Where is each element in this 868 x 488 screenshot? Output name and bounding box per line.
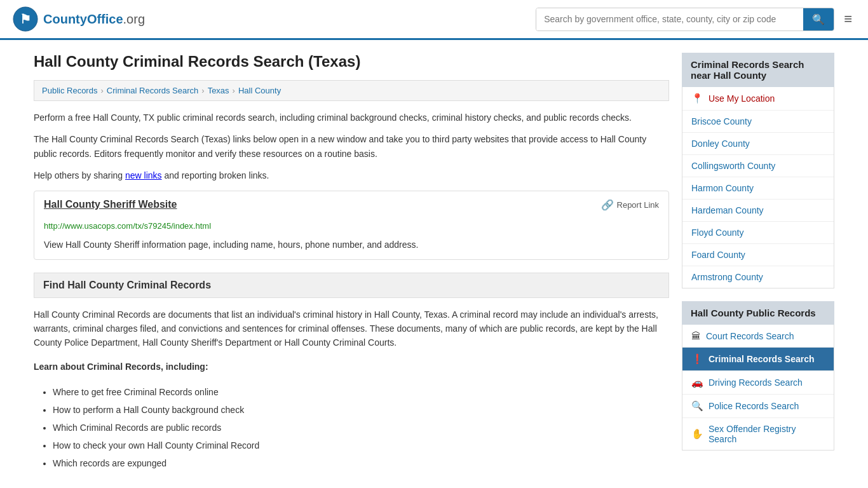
sex-offender-item[interactable]: ✋ Sex Offender Registry Search: [682, 418, 834, 450]
sidebar: Criminal Records Search near Hall County…: [682, 53, 834, 472]
search-input[interactable]: [536, 8, 803, 30]
breadcrumb: Public Records › Criminal Records Search…: [34, 80, 669, 101]
court-icon: 🏛: [691, 330, 701, 341]
public-records-list: 🏛 Court Records Search ❗ Criminal Record…: [682, 325, 834, 451]
breadcrumb-sep-2: ›: [201, 86, 204, 95]
para3-prefix: Help others by sharing: [34, 170, 125, 180]
nearby-foard[interactable]: Foard County: [682, 244, 834, 266]
resource-card-header: Hall County Sheriff Website 🔗 Report Lin…: [34, 191, 668, 219]
collingsworth-county-link[interactable]: Collingsworth County: [691, 161, 775, 171]
driving-icon: 🚗: [691, 377, 703, 388]
bullet-5: Which records are expunged: [53, 454, 669, 472]
resource-url: http://www.usacops.com/tx/s79245/index.h…: [34, 219, 668, 233]
breadcrumb-sep-1: ›: [100, 86, 103, 95]
nearby-harmon[interactable]: Harmon County: [682, 177, 834, 200]
donley-county-link[interactable]: Donley County: [691, 139, 750, 149]
floyd-county-link[interactable]: Floyd County: [691, 227, 743, 238]
description-para2: The Hall County Criminal Records Search …: [34, 132, 669, 161]
harmon-county-link[interactable]: Harmon County: [691, 183, 754, 193]
hardeman-county-link[interactable]: Hardeman County: [691, 205, 764, 215]
breadcrumb-hall-county[interactable]: Hall County: [238, 86, 281, 95]
bullet-1: Where to get free Criminal Records onlin…: [53, 383, 669, 401]
logo[interactable]: ⚑ CountyOffice.org: [13, 6, 145, 32]
public-records-section: Hall County Public Records 🏛 Court Recor…: [682, 301, 834, 451]
police-records-link[interactable]: Police Records Search: [709, 401, 799, 411]
logo-icon: ⚑: [13, 6, 38, 32]
criminal-records-link[interactable]: Criminal Records Search: [709, 354, 815, 364]
description-para1: Perform a free Hall County, TX public cr…: [34, 111, 669, 125]
find-section-body: Hall County Criminal Records are documen…: [34, 308, 669, 350]
police-records-item[interactable]: 🔍 Police Records Search: [682, 395, 834, 418]
content-area: Hall County Criminal Records Search (Tex…: [34, 53, 669, 472]
criminal-icon: ❗: [691, 353, 703, 365]
report-label: Report Link: [617, 200, 659, 210]
bullet-list: Where to get free Criminal Records onlin…: [53, 383, 669, 472]
site-header: ⚑ CountyOffice.org 🔍 ≡: [0, 0, 868, 40]
nearby-collingsworth[interactable]: Collingsworth County: [682, 155, 834, 177]
court-records-link[interactable]: Court Records Search: [706, 331, 794, 341]
use-location-item[interactable]: 📍 Use My Location: [682, 87, 834, 111]
breadcrumb-texas[interactable]: Texas: [208, 86, 229, 95]
search-button[interactable]: 🔍: [803, 8, 834, 30]
armstrong-county-link[interactable]: Armstrong County: [691, 272, 763, 282]
menu-icon[interactable]: ≡: [841, 8, 855, 30]
bullet-2: How to perform a Hall County background …: [53, 401, 669, 419]
header-right: 🔍 ≡: [536, 8, 855, 31]
report-icon: 🔗: [601, 199, 614, 211]
driving-records-item[interactable]: 🚗 Driving Records Search: [682, 371, 834, 395]
search-bar: 🔍: [536, 8, 834, 31]
page-title: Hall County Criminal Records Search (Tex…: [34, 53, 669, 71]
breadcrumb-sep-3: ›: [233, 86, 235, 95]
foard-county-link[interactable]: Foard County: [691, 250, 745, 260]
find-section-header: Find Hall County Criminal Records: [34, 273, 669, 298]
nearby-hardeman[interactable]: Hardeman County: [682, 200, 834, 222]
driving-records-link[interactable]: Driving Records Search: [709, 377, 803, 388]
logo-text: CountyOffice.org: [43, 12, 145, 27]
resource-description: View Hall County Sheriff information pag…: [34, 233, 668, 259]
criminal-records-item[interactable]: ❗ Criminal Records Search: [682, 348, 834, 371]
use-location-link[interactable]: Use My Location: [709, 93, 775, 104]
sex-offender-link[interactable]: Sex Offender Registry Search: [709, 424, 825, 444]
report-link[interactable]: 🔗 Report Link: [601, 199, 659, 211]
court-records-item[interactable]: 🏛 Court Records Search: [682, 325, 834, 348]
public-records-title: Hall County Public Records: [682, 301, 834, 325]
para3-suffix: and reporting broken links.: [162, 170, 269, 180]
description-para3: Help others by sharing new links and rep…: [34, 168, 669, 182]
new-links-link[interactable]: new links: [125, 170, 162, 180]
bullet-3: Which Criminal Records are public record…: [53, 419, 669, 437]
nearby-section: Criminal Records Search near Hall County…: [682, 53, 834, 288]
breadcrumb-criminal-records[interactable]: Criminal Records Search: [107, 86, 199, 95]
learn-header: Learn about Criminal Records, including:: [34, 360, 669, 374]
breadcrumb-public-records[interactable]: Public Records: [42, 86, 97, 95]
nearby-floyd[interactable]: Floyd County: [682, 222, 834, 244]
location-icon: 📍: [691, 93, 703, 104]
nearby-briscoe[interactable]: Briscoe County: [682, 111, 834, 133]
resource-card: Hall County Sheriff Website 🔗 Report Lin…: [34, 191, 669, 260]
resource-title-link[interactable]: Hall County Sheriff Website: [44, 199, 177, 210]
nearby-title: Criminal Records Search near Hall County: [682, 53, 834, 87]
bullet-4: How to check your own Hall County Crimin…: [53, 437, 669, 454]
police-icon: 🔍: [691, 400, 703, 412]
svg-text:⚑: ⚑: [20, 12, 31, 26]
main-container: Hall County Criminal Records Search (Tex…: [21, 40, 847, 485]
nearby-armstrong[interactable]: Armstrong County: [682, 266, 834, 288]
sex-offender-icon: ✋: [691, 428, 703, 440]
nearby-donley[interactable]: Donley County: [682, 133, 834, 155]
briscoe-county-link[interactable]: Briscoe County: [691, 116, 752, 126]
nearby-list: 📍 Use My Location Briscoe County Donley …: [682, 87, 834, 288]
